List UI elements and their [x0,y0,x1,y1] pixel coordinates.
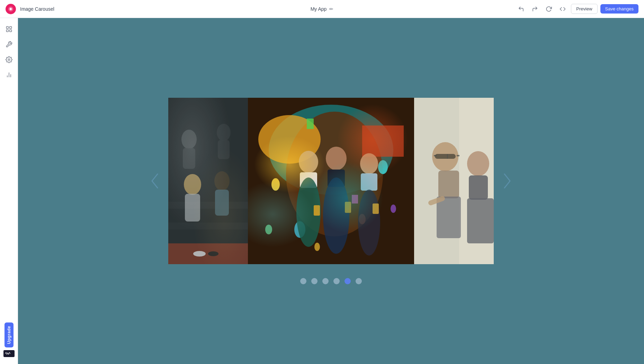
svg-point-28 [258,115,321,164]
carousel-next-button[interactable] [500,174,515,188]
sidebar-item-dashboard[interactable] [2,22,16,36]
carousel-images [168,98,494,264]
svg-rect-55 [435,154,456,159]
dot-2[interactable] [311,278,317,284]
svg-point-23 [208,251,218,256]
svg-rect-29 [362,125,404,157]
sidebar-bottom: Upgrade [3,322,15,360]
svg-rect-38 [352,195,358,203]
svg-rect-25 [248,98,414,264]
svg-rect-57 [434,155,437,156]
svg-point-47 [358,190,380,255]
svg-point-31 [378,160,388,174]
code-button[interactable] [557,3,568,15]
svg-point-54 [432,142,458,171]
svg-rect-53 [414,98,494,264]
dot-6[interactable] [356,278,362,284]
page-title: Image Carousel [20,6,54,12]
carousel-prev-button[interactable] [147,174,162,188]
svg-point-41 [296,177,321,247]
svg-rect-56 [447,154,448,159]
svg-rect-58 [457,155,459,156]
svg-rect-11 [168,223,248,229]
svg-rect-63 [467,198,494,243]
sidebar-item-settings[interactable] [2,53,16,67]
svg-rect-37 [307,119,314,129]
slide-image-center [248,98,414,264]
svg-point-14 [181,130,197,149]
sidebar-brand-logo [3,350,15,357]
carousel-slide-center [248,98,414,264]
svg-rect-24 [168,98,248,264]
svg-rect-17 [218,140,230,159]
dot-5[interactable] [345,278,351,284]
svg-point-61 [467,151,489,176]
carousel-dots [300,278,362,284]
svg-rect-40 [300,172,317,188]
undo-button[interactable] [516,3,527,15]
header: Image Carousel My App ✏ [0,0,644,18]
svg-point-39 [299,151,318,173]
svg-point-36 [314,243,320,251]
main-canvas [18,18,644,364]
carousel-slide-right [414,98,494,264]
svg-rect-50 [373,203,379,214]
svg-rect-15 [183,148,195,169]
dot-1[interactable] [300,278,306,284]
save-button[interactable]: Save changes [600,4,638,14]
svg-rect-13 [168,243,248,264]
header-actions: Preview Save changes [516,3,638,15]
upgrade-button[interactable]: Upgrade [5,322,14,347]
svg-rect-19 [185,194,200,222]
svg-rect-65 [414,98,494,264]
svg-rect-64 [428,196,446,206]
svg-point-32 [294,221,305,238]
svg-point-34 [391,205,396,213]
preview-button[interactable]: Preview [571,4,597,14]
svg-rect-12 [168,243,248,250]
svg-point-27 [286,112,383,236]
svg-rect-52 [459,98,494,264]
app-name-section: My App ✏ [311,6,334,12]
sidebar-item-analytics[interactable] [2,68,16,82]
svg-point-26 [269,105,393,195]
svg-point-42 [326,147,347,170]
app-name-label: My App [311,6,327,12]
svg-point-44 [323,177,349,254]
svg-rect-48 [314,205,320,216]
svg-rect-59 [438,171,459,198]
main-layout: Upgrade [0,18,644,364]
svg-rect-43 [328,170,345,187]
svg-rect-21 [215,190,229,216]
dot-3[interactable] [322,278,329,284]
svg-point-30 [271,178,280,191]
svg-point-22 [193,251,206,257]
svg-point-45 [360,153,378,174]
svg-rect-1 [6,27,8,29]
svg-rect-4 [9,30,11,32]
dot-4[interactable] [333,278,340,284]
svg-rect-2 [9,27,11,29]
restore-button[interactable] [543,3,554,15]
svg-rect-60 [437,197,461,238]
svg-point-16 [217,124,231,141]
svg-rect-46 [361,173,377,191]
svg-rect-49 [345,202,351,213]
svg-rect-51 [414,98,494,264]
carousel [18,18,644,364]
svg-rect-3 [6,30,8,32]
carousel-slide-left [168,98,248,264]
svg-point-5 [8,59,10,61]
svg-point-18 [184,174,201,195]
svg-rect-9 [168,98,248,264]
svg-rect-62 [469,175,488,200]
svg-point-35 [265,225,272,234]
slide-image-right [414,98,494,264]
svg-rect-10 [168,202,248,209]
redo-button[interactable] [529,3,540,15]
svg-point-20 [214,171,230,191]
sidebar-item-build[interactable] [2,37,16,51]
edit-app-name-icon[interactable]: ✏ [329,6,333,12]
svg-point-33 [359,214,366,224]
sidebar: Upgrade [0,18,18,364]
